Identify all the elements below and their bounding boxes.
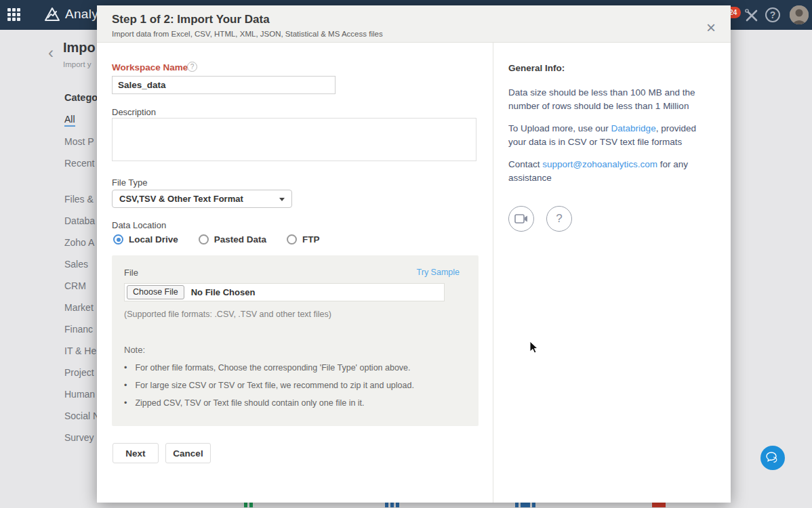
- note-bullet: For large size CSV or TSV or Text file, …: [124, 381, 414, 390]
- data-location-radio-group: Local Drive Pasted Data FTP: [113, 234, 320, 245]
- description-label: Description: [112, 107, 156, 117]
- tools-icon[interactable]: [744, 7, 760, 26]
- import-data-modal: Step 1 of 2: Import Your Data Import dat…: [97, 5, 731, 503]
- supported-formats-text: (Supported file formats: .CSV, .TSV and …: [124, 310, 331, 319]
- categories-heading: Catego: [64, 92, 98, 103]
- workspace-help-icon[interactable]: ?: [187, 62, 197, 72]
- video-tutorial-icon[interactable]: [508, 206, 534, 232]
- category-item[interactable]: IT & He: [64, 345, 96, 356]
- info-paragraph-databridge: To Upload more, use our Databridge, prov…: [508, 122, 713, 148]
- data-location-label: Data Location: [112, 220, 166, 230]
- chevron-down-icon: [279, 198, 285, 201]
- back-chevron-icon[interactable]: ‹: [48, 46, 54, 60]
- choose-file-button[interactable]: Choose File: [127, 285, 184, 299]
- category-item[interactable]: Most P: [64, 136, 94, 147]
- file-input-row[interactable]: Choose File No File Chosen: [124, 283, 445, 301]
- category-item[interactable]: Human: [64, 389, 95, 400]
- category-item[interactable]: CRM: [64, 280, 86, 291]
- info-icon-row: ?: [508, 206, 572, 232]
- category-item[interactable]: Files &: [64, 194, 94, 205]
- workspace-name-input[interactable]: [112, 76, 336, 94]
- modal-title: Step 1 of 2: Import Your Data: [112, 13, 270, 26]
- info-paragraph-size: Data size should be less than 100 MB and…: [508, 86, 713, 112]
- apps-grid-icon[interactable]: [7, 8, 20, 21]
- description-textarea[interactable]: [112, 118, 476, 161]
- file-type-select[interactable]: CSV,TSV & Other Text Format: [112, 190, 292, 208]
- user-avatar[interactable]: [790, 5, 809, 24]
- workspace-name-label: Workspace Name: [112, 62, 188, 72]
- file-upload-panel: File Try Sample Choose File No File Chos…: [112, 255, 479, 426]
- category-item[interactable]: Survey: [64, 432, 94, 443]
- category-item[interactable]: Zoho A: [64, 237, 94, 248]
- clipped-file-icon-red: [652, 502, 666, 507]
- clipped-file-icon-blue-2: [515, 502, 535, 507]
- next-button[interactable]: Next: [113, 443, 159, 463]
- panel-divider: [493, 43, 493, 503]
- radio-unselected-icon: [287, 234, 297, 245]
- question-mark-icon[interactable]: ?: [546, 206, 572, 232]
- category-item[interactable]: Social N: [64, 410, 100, 421]
- modal-subtitle: Import data from Excel, CSV, HTML, XML, …: [112, 30, 383, 38]
- note-bullet: Zipped CSV, TSV or Text file should cont…: [124, 398, 365, 408]
- clipped-file-icon-green: [244, 502, 253, 507]
- category-item-all[interactable]: All: [64, 114, 75, 127]
- try-sample-link[interactable]: Try Sample: [417, 268, 460, 277]
- file-label: File: [124, 268, 138, 278]
- general-info-title: General Info:: [508, 63, 565, 73]
- category-item[interactable]: Financ: [64, 324, 93, 335]
- modal-header: Step 1 of 2: Import Your Data Import dat…: [97, 5, 731, 43]
- note-label: Note:: [124, 345, 145, 355]
- clipped-file-icon-blue: [385, 502, 399, 507]
- file-type-label: File Type: [112, 177, 148, 188]
- support-email-link[interactable]: support@zohoanalytics.com: [542, 159, 657, 169]
- radio-pasted-data[interactable]: Pasted Data: [199, 234, 266, 245]
- radio-local-drive[interactable]: Local Drive: [113, 234, 178, 245]
- category-item[interactable]: Market: [64, 302, 94, 313]
- radio-selected-icon: [113, 234, 123, 245]
- chat-support-button[interactable]: [760, 446, 785, 470]
- note-bullet: For other file formats, Choose the corre…: [124, 363, 411, 373]
- radio-ftp[interactable]: FTP: [287, 234, 320, 245]
- no-file-chosen-text: No File Chosen: [191, 287, 256, 297]
- page-subtitle: Import y: [63, 60, 92, 68]
- category-item[interactable]: Recent: [64, 158, 94, 169]
- help-icon[interactable]: ?: [765, 7, 780, 22]
- category-item[interactable]: Project: [64, 367, 94, 378]
- file-type-value: CSV,TSV & Other Text Format: [119, 194, 243, 204]
- category-item[interactable]: Sales: [64, 259, 88, 270]
- category-item[interactable]: Databa: [64, 215, 95, 226]
- page-title: Impo: [63, 40, 96, 56]
- cancel-button[interactable]: Cancel: [165, 443, 211, 463]
- databridge-link[interactable]: Databridge: [611, 123, 656, 133]
- close-icon[interactable]: ×: [706, 20, 716, 35]
- radio-unselected-icon: [199, 234, 209, 245]
- analytics-logo-icon: [43, 6, 61, 26]
- info-paragraph-support: Contact support@zohoanalytics.com for an…: [508, 158, 713, 184]
